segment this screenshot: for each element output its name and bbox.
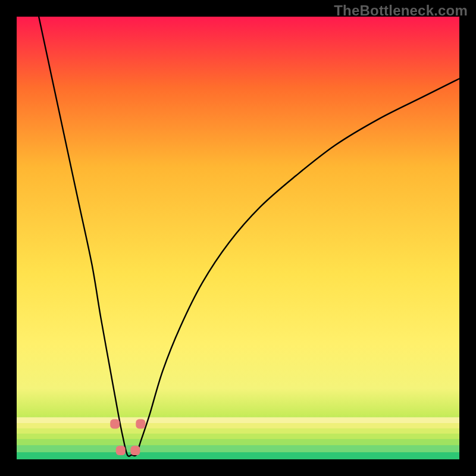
chart-svg xyxy=(17,17,459,459)
gradient-band xyxy=(17,452,459,459)
plot-area xyxy=(17,17,459,459)
chart-container: TheBottleneck.com xyxy=(0,0,476,476)
curve-marker xyxy=(130,446,140,455)
curve-marker xyxy=(136,419,145,429)
gradient-band xyxy=(17,423,459,429)
gradient-band xyxy=(17,439,459,446)
curve-marker xyxy=(110,419,120,429)
watermark-label: TheBottleneck.com xyxy=(334,2,468,19)
gradient-band xyxy=(17,428,459,434)
gradient-band xyxy=(17,417,459,423)
gradient-band xyxy=(17,434,459,440)
curve-marker xyxy=(116,446,126,455)
gradient-band xyxy=(17,445,459,453)
gradient-background xyxy=(17,17,459,459)
